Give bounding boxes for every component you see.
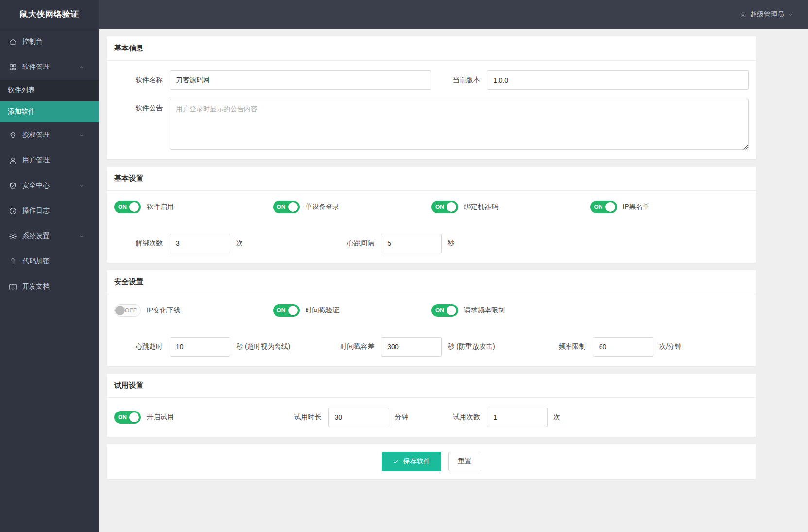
home-icon (9, 38, 17, 46)
sidebar-item-label: 代码加密 (22, 257, 50, 266)
current-version-input[interactable] (487, 70, 749, 90)
toggle-label: 绑定机器码 (464, 203, 498, 211)
toggle-timestamp-verify[interactable]: ON (273, 304, 300, 317)
user-menu[interactable]: 超级管理员 (99, 0, 808, 29)
sidebar-item-system-settings[interactable]: 系统设置 (0, 223, 99, 249)
trial-count-input[interactable] (487, 408, 548, 427)
book-icon (9, 283, 17, 291)
rate-limit-label: 频率限制 (537, 343, 586, 351)
sidebar-item-software-mgmt[interactable]: 软件管理 (0, 54, 99, 80)
heartbeat-interval-input[interactable] (381, 234, 442, 253)
trial-duration-input[interactable] (328, 408, 389, 427)
timestamp-tolerance-label: 时间戳容差 (326, 343, 374, 351)
chevron-down-icon (788, 12, 793, 17)
sidebar-subitem-add-software[interactable]: 添加软件 (0, 101, 99, 122)
unbind-count-input[interactable] (170, 234, 230, 253)
sidebar-item-label: 控制台 (22, 37, 43, 46)
field-unit: 分钟 (395, 413, 409, 422)
trial-count-label: 试用次数 (431, 413, 480, 422)
clock-icon (9, 207, 17, 215)
toggle-state-text: ON (116, 414, 127, 421)
chevron-down-icon (79, 183, 85, 189)
sidebar-item-console[interactable]: 控制台 (0, 29, 99, 54)
field-unit: 次 (236, 239, 243, 248)
toggle-software-enable[interactable]: ON (114, 201, 141, 213)
section-title: 试用设置 (107, 374, 756, 398)
field-unit: 秒 (防重放攻击) (447, 343, 495, 351)
top-header: 鼠大侠网络验证 超级管理员 (0, 0, 808, 29)
toggle-bind-machine-code[interactable]: ON (431, 201, 458, 213)
sub-item-label: 添加软件 (8, 107, 35, 116)
field-unit: 次/分钟 (659, 343, 682, 351)
sidebar-subitem-software-list[interactable]: 软件列表 (0, 80, 99, 101)
sidebar-item-label: 软件管理 (22, 63, 50, 71)
toggle-state-text: ON (116, 204, 127, 210)
sidebar-item-user-mgmt[interactable]: 用户管理 (0, 148, 99, 173)
sidebar-item-label: 用户管理 (22, 156, 50, 165)
toggle-state-text: ON (433, 307, 444, 314)
toggle-label: 时间戳验证 (306, 306, 340, 315)
app-title: 鼠大侠网络验证 (0, 0, 99, 29)
security-settings-card: 安全设置 OFF IP变化下线 ON 时间戳验证 (107, 270, 756, 366)
sidebar: 控制台 软件管理 软件列表 添加软件 授权管理 用户管理 (0, 29, 99, 532)
toggle-state-text: ON (275, 204, 286, 210)
toggle-state-text: ON (433, 204, 444, 210)
toggle-ip-change-offline[interactable]: OFF (114, 304, 141, 317)
toggle-state-text: ON (275, 307, 286, 314)
sidebar-item-code-encryption[interactable]: 代码加密 (0, 249, 99, 274)
heartbeat-interval-label: 心跳间隔 (326, 239, 374, 248)
toggle-label: IP变化下线 (147, 306, 180, 315)
sidebar-item-label: 授权管理 (22, 131, 50, 139)
toggle-knob (447, 202, 456, 212)
section-title: 安全设置 (107, 270, 756, 294)
rate-limit-input[interactable] (593, 337, 653, 357)
reset-button[interactable]: 重置 (448, 452, 481, 471)
toggle-label: 软件启用 (147, 203, 174, 211)
gear-icon (9, 232, 17, 240)
section-title: 基本设置 (107, 167, 756, 191)
trial-duration-label: 试用时长 (273, 413, 322, 422)
heartbeat-timeout-label: 心跳超时 (114, 343, 163, 351)
toggle-state-text: OFF (125, 307, 138, 314)
sidebar-item-license-mgmt[interactable]: 授权管理 (0, 122, 99, 148)
sidebar-item-label: 开发文档 (22, 282, 50, 291)
toggle-knob (605, 202, 615, 212)
toggle-knob (288, 202, 298, 212)
check-icon (393, 458, 399, 465)
user-icon (739, 11, 747, 18)
toggle-label: 单设备登录 (306, 203, 340, 211)
save-button[interactable]: 保存软件 (382, 452, 441, 471)
software-name-input[interactable] (170, 70, 431, 90)
toggle-single-device-login[interactable]: ON (273, 201, 300, 213)
sub-item-label: 软件列表 (8, 86, 35, 95)
toggle-ip-blacklist[interactable]: ON (590, 201, 617, 213)
toggle-knob (129, 412, 139, 422)
toggle-knob (115, 306, 125, 315)
basic-settings-card: 基本设置 ON 软件启用 ON 单设备登录 (107, 167, 756, 263)
heartbeat-timeout-input[interactable] (170, 337, 230, 357)
toggle-state-text: ON (592, 204, 603, 210)
section-title: 基本信息 (107, 36, 756, 61)
sidebar-item-dev-docs[interactable]: 开发文档 (0, 274, 99, 299)
announcement-textarea[interactable] (170, 99, 749, 150)
toggle-knob (288, 306, 298, 315)
toggle-rate-limit[interactable]: ON (431, 304, 458, 317)
toggle-knob (129, 202, 139, 212)
sidebar-item-label: 安全中心 (22, 181, 50, 190)
toggle-label: IP黑名单 (623, 203, 650, 211)
chevron-down-icon (79, 233, 85, 239)
toggle-knob (447, 306, 456, 315)
toggle-label: 请求频率限制 (464, 306, 505, 315)
main-content: 基本信息 软件名称 当前版本 软件公告 基本设置 (99, 29, 808, 532)
apps-icon (9, 63, 17, 71)
toggle-trial-enable[interactable]: ON (114, 411, 141, 424)
software-mgmt-submenu: 软件列表 添加软件 (0, 80, 99, 122)
chevron-up-icon (79, 64, 85, 70)
sidebar-item-security-center[interactable]: 安全中心 (0, 173, 99, 198)
timestamp-tolerance-input[interactable] (381, 337, 442, 357)
sidebar-item-operation-log[interactable]: 操作日志 (0, 198, 99, 223)
current-version-label: 当前版本 (431, 76, 480, 85)
field-unit: 秒 (447, 239, 454, 248)
field-unit: 秒 (超时视为离线) (236, 343, 290, 351)
chevron-down-icon (79, 132, 85, 138)
